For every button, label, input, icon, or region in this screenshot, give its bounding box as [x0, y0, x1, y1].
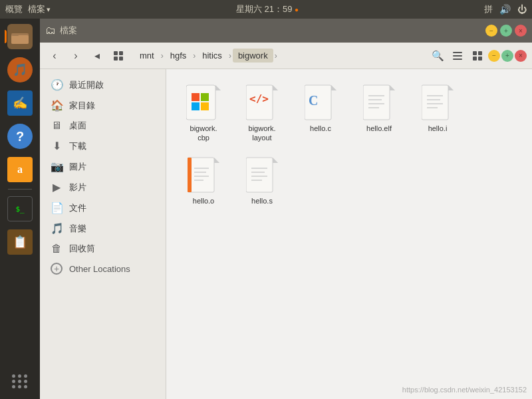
dock-item-apps[interactable]: [5, 366, 35, 396]
videos-icon: ▶: [51, 181, 63, 194]
toolbar-close[interactable]: ×: [515, 50, 527, 62]
sidebar-item-pictures[interactable]: 📷 圖片: [40, 156, 166, 177]
sidebar: 🕐 最近開啟 🏠 家目錄 🖥 桌面 ⬇ 下載 📷 圖片: [40, 69, 166, 399]
file-label-hello-s: hello.s: [251, 196, 273, 205]
file-label-hello-i: hello.i: [428, 124, 448, 133]
toolbar-minimize[interactable]: −: [488, 50, 500, 62]
svg-rect-12: [473, 57, 477, 61]
file-item-hello-c[interactable]: C hello.c: [294, 80, 347, 147]
svg-rect-20: [201, 102, 209, 110]
close-button[interactable]: ×: [515, 25, 527, 37]
svg-rect-3: [114, 51, 118, 55]
dock-item-help[interactable]: ?: [5, 121, 35, 152]
file-item-bigwork-layout[interactable]: </> bigwork.layout: [235, 80, 289, 147]
breadcrumb: mnt › hgfs › hitics › bigwork ›: [134, 49, 422, 63]
overview-label[interactable]: 概覽: [5, 3, 23, 15]
pictures-icon: 📷: [51, 160, 63, 173]
file-item-bigwork-cbp[interactable]: bigwork.cbp: [177, 80, 230, 147]
svg-text:</>: </>: [249, 92, 269, 105]
desktop-icon: 🖥: [51, 120, 63, 132]
sidebar-item-desktop[interactable]: 🖥 桌面: [40, 116, 166, 136]
dock-item-amazon[interactable]: a: [5, 154, 35, 185]
dock-item-music[interactable]: 🎵: [5, 55, 35, 85]
file-icon-o: [185, 156, 222, 194]
add-location-icon: +: [51, 263, 63, 275]
svg-text:C: C: [309, 93, 318, 108]
svg-rect-9: [453, 59, 462, 60]
svg-rect-19: [192, 102, 200, 110]
back-button[interactable]: ‹: [45, 47, 64, 65]
sidebar-item-trash[interactable]: 🗑 回收筒: [40, 239, 166, 259]
sidebar-item-videos[interactable]: ▶ 影片: [40, 177, 166, 198]
svg-marker-38: [448, 85, 454, 90]
sidebar-add-locations[interactable]: + Other Locations: [40, 259, 166, 279]
watermark: https://blog.csdn.net/weixin_42153152: [402, 386, 527, 394]
dock-divider: [8, 189, 32, 190]
file-item-hello-i[interactable]: hello.i: [411, 80, 464, 147]
volume-icon[interactable]: 🔊: [499, 4, 511, 15]
dock-item-libreoffice[interactable]: ✍: [5, 88, 35, 118]
window-title: 檔案: [60, 25, 481, 37]
prev-location-button[interactable]: ◂: [88, 47, 106, 65]
svg-rect-4: [119, 51, 123, 55]
dock: 🎵 ✍ ? a $_: [0, 19, 40, 399]
dock-item-notes[interactable]: 📋: [5, 227, 35, 257]
svg-marker-53: [273, 158, 278, 163]
sidebar-item-downloads[interactable]: ⬇ 下載: [40, 136, 166, 156]
downloads-icon: ⬇: [51, 140, 63, 152]
svg-rect-2: [12, 33, 19, 36]
svg-rect-18: [201, 93, 209, 101]
top-bar-left: 概覽 檔案 ▾: [5, 3, 51, 15]
power-icon[interactable]: ⏻: [517, 4, 527, 15]
maximize-button[interactable]: +: [500, 25, 512, 37]
svg-marker-45: [214, 158, 219, 163]
dock-item-terminal[interactable]: $_: [5, 194, 35, 224]
dock-item-files[interactable]: [5, 21, 35, 52]
minimize-button[interactable]: −: [485, 25, 497, 37]
recent-icon: 🕐: [51, 78, 63, 91]
forward-button[interactable]: ›: [66, 47, 85, 65]
toolbar: ‹ › ◂ mnt › hgfs › hitics › bigwork: [40, 43, 532, 69]
view-list-button[interactable]: [448, 47, 467, 65]
svg-rect-36: [422, 85, 448, 120]
svg-rect-10: [473, 51, 477, 55]
file-icon-i: [419, 84, 456, 121]
breadcrumb-bigwork[interactable]: bigwork: [233, 49, 273, 63]
svg-marker-31: [390, 85, 395, 90]
svg-rect-29: [363, 85, 390, 120]
file-label-hello-c: hello.c: [310, 124, 331, 133]
main-area: 🎵 ✍ ? a $_: [0, 19, 532, 399]
breadcrumb-hitics[interactable]: hitics: [197, 49, 227, 63]
documents-icon: 📄: [51, 201, 63, 214]
svg-rect-5: [114, 57, 118, 61]
breadcrumb-hgfs[interactable]: hgfs: [165, 49, 192, 63]
sidebar-item-music[interactable]: 🎵 音樂: [40, 218, 166, 239]
breadcrumb-mnt[interactable]: mnt: [134, 49, 160, 63]
view-grid-button[interactable]: [468, 47, 487, 65]
toolbar-maximize[interactable]: +: [501, 50, 513, 62]
sidebar-item-documents[interactable]: 📄 文件: [40, 198, 166, 218]
files-menu[interactable]: 檔案 ▾: [28, 3, 51, 15]
svg-rect-8: [453, 55, 462, 57]
svg-marker-16: [215, 85, 221, 90]
file-icon-elf: [360, 84, 398, 121]
home-icon: 🏠: [51, 99, 63, 112]
file-icon-layout: </>: [243, 84, 281, 121]
svg-marker-23: [273, 85, 278, 90]
file-label-hello-o: hello.o: [193, 196, 214, 205]
file-item-hello-o[interactable]: hello.o: [177, 152, 230, 209]
places-button[interactable]: [109, 47, 128, 65]
svg-rect-1: [11, 35, 29, 44]
file-item-hello-s[interactable]: hello.s: [235, 152, 289, 209]
sidebar-item-home[interactable]: 🏠 家目錄: [40, 95, 166, 116]
title-bar: 🗂 檔案 − + ×: [40, 19, 532, 43]
svg-rect-17: [192, 93, 200, 101]
pinyin-label[interactable]: 拼: [484, 3, 493, 15]
file-item-hello-elf[interactable]: hello.elf: [352, 80, 406, 147]
file-icon-s: [243, 156, 281, 194]
search-button[interactable]: 🔍: [428, 47, 447, 65]
file-label-bigwork-layout: bigwork.layout: [249, 124, 276, 143]
sidebar-item-recent[interactable]: 🕐 最近開啟: [40, 74, 166, 95]
file-icon-cbp: [185, 84, 222, 121]
svg-rect-46: [188, 158, 192, 192]
